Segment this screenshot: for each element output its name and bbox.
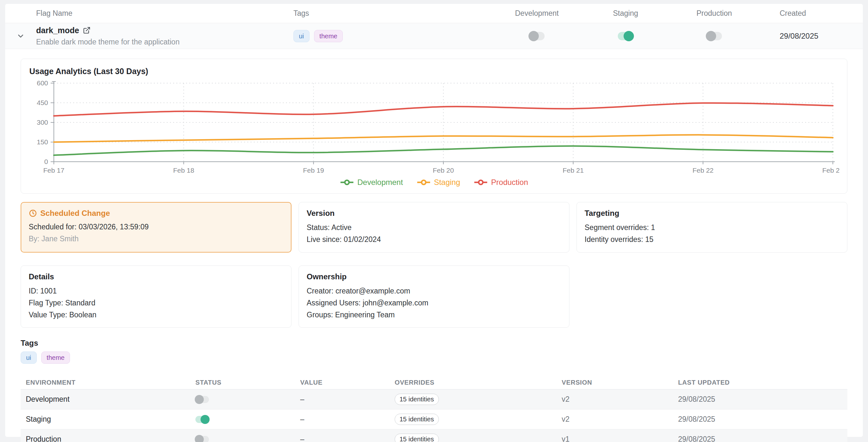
info-cards-row-2: Details ID: 1001 Flag Type: Standard Val… bbox=[21, 266, 847, 328]
legend-label: Production bbox=[491, 178, 528, 187]
identities-badge[interactable]: 15 identities bbox=[395, 414, 439, 425]
env-version: v2 bbox=[562, 395, 678, 404]
env-col-last-updated: LAST UPDATED bbox=[678, 379, 842, 386]
env-name: Development bbox=[26, 395, 195, 404]
tag-ui: ui bbox=[293, 30, 310, 42]
svg-text:Feb 19: Feb 19 bbox=[303, 167, 324, 174]
usage-analytics-card: Usage Analytics (Last 30 Days) 015030045… bbox=[21, 59, 847, 194]
chart-legend: Development Staging Production bbox=[29, 176, 839, 190]
column-created: Created bbox=[754, 9, 863, 18]
staging-toggle[interactable] bbox=[618, 32, 633, 40]
targeting-card: Targeting Segment overrides: 1 Identity … bbox=[577, 202, 847, 252]
flag-tags-cell: ui theme bbox=[293, 30, 497, 42]
production-toggle[interactable] bbox=[707, 32, 722, 40]
env-version: v1 bbox=[562, 435, 678, 442]
version-live-since: Live since: 01/02/2024 bbox=[307, 234, 561, 245]
env-version: v2 bbox=[562, 415, 678, 423]
env-col-status: STATUS bbox=[195, 379, 300, 386]
column-staging: Staging bbox=[577, 9, 674, 18]
svg-text:0: 0 bbox=[44, 158, 48, 165]
tag-ui: ui bbox=[21, 351, 37, 364]
creator: Creator: creator@example.com bbox=[307, 285, 561, 297]
env-col-version: VERSION bbox=[562, 379, 678, 386]
legend-production: Production bbox=[474, 178, 528, 187]
svg-text:Feb 21: Feb 21 bbox=[563, 167, 584, 174]
identities-badge[interactable]: 15 identities bbox=[395, 434, 439, 442]
external-link-icon[interactable] bbox=[83, 26, 91, 34]
staging-toggle-cell bbox=[577, 32, 674, 40]
flag-table-header: Flag Name Tags Development Staging Produ… bbox=[5, 4, 863, 23]
scheduled-change-title: Scheduled Change bbox=[40, 209, 110, 218]
env-last-updated: 29/08/2025 bbox=[678, 435, 842, 442]
env-name: Staging bbox=[26, 415, 195, 423]
expand-collapse-button[interactable] bbox=[5, 32, 36, 40]
column-development: Development bbox=[497, 9, 577, 18]
svg-text:300: 300 bbox=[37, 118, 48, 126]
env-col-overrides: OVERRIDES bbox=[395, 379, 562, 386]
legend-marker-icon bbox=[474, 178, 488, 186]
details-card-title: Details bbox=[29, 272, 283, 281]
table-row: Production – 15 identities v1 29/08/2025 bbox=[21, 430, 847, 442]
env-status-toggle[interactable] bbox=[195, 416, 209, 423]
toggle-knob bbox=[706, 31, 716, 41]
tag-theme: theme bbox=[41, 351, 70, 364]
chevron-down-icon bbox=[17, 32, 25, 40]
feature-flag-page: Flag Name Tags Development Staging Produ… bbox=[0, 0, 868, 442]
svg-text:150: 150 bbox=[37, 138, 48, 146]
legend-label: Staging bbox=[434, 178, 460, 187]
scheduled-for-text: Scheduled for: 03/03/2026, 13:59:09 bbox=[29, 221, 283, 233]
svg-text:Feb 17: Feb 17 bbox=[43, 167, 64, 174]
development-toggle[interactable] bbox=[529, 32, 545, 40]
tag-theme: theme bbox=[314, 30, 343, 42]
env-value: – bbox=[300, 435, 395, 442]
environment-table-header: ENVIRONMENT STATUS VALUE OVERRIDES VERSI… bbox=[21, 376, 847, 389]
svg-text:600: 600 bbox=[37, 79, 48, 87]
scheduled-change-card: Scheduled Change Scheduled for: 03/03/20… bbox=[21, 202, 291, 252]
info-cards-row-1: Scheduled Change Scheduled for: 03/03/20… bbox=[21, 202, 847, 252]
identities-badge[interactable]: 15 identities bbox=[395, 394, 439, 405]
legend-development: Development bbox=[340, 178, 403, 187]
legend-marker-icon bbox=[340, 178, 354, 186]
env-col-environment: ENVIRONMENT bbox=[26, 379, 195, 386]
empty-card-slot bbox=[577, 266, 847, 328]
flag-type: Flag Type: Standard bbox=[29, 297, 283, 309]
clock-icon bbox=[29, 209, 37, 217]
toggle-knob bbox=[195, 435, 204, 442]
env-name: Production bbox=[26, 435, 195, 442]
groups: Groups: Engineering Team bbox=[307, 309, 561, 321]
env-status-toggle[interactable] bbox=[195, 396, 209, 403]
details-card: Details ID: 1001 Flag Type: Standard Val… bbox=[21, 266, 291, 328]
svg-text:Feb 23: Feb 23 bbox=[822, 167, 839, 174]
targeting-card-title: Targeting bbox=[585, 209, 839, 218]
chart-title: Usage Analytics (Last 30 Days) bbox=[29, 67, 839, 76]
version-card: Version Status: Active Live since: 01/02… bbox=[299, 202, 569, 252]
ownership-card: Ownership Creator: creator@example.com A… bbox=[299, 266, 569, 328]
flag-description: Enable dark mode theme for the applicati… bbox=[36, 38, 293, 46]
env-col-value: VALUE bbox=[300, 379, 395, 386]
assigned-users: Assigned Users: john@example.com bbox=[307, 297, 561, 309]
production-toggle-cell bbox=[674, 32, 754, 40]
toggle-knob bbox=[624, 31, 634, 41]
tags-heading: Tags bbox=[21, 339, 847, 348]
flag-name-cell: dark_mode Enable dark mode theme for the… bbox=[36, 26, 293, 46]
table-row: Development – 15 identities v2 29/08/202… bbox=[21, 389, 847, 409]
usage-analytics-chart: 0150300450600Feb 17Feb 18Feb 19Feb 20Feb… bbox=[29, 79, 839, 176]
ownership-card-title: Ownership bbox=[307, 272, 561, 281]
legend-marker-icon bbox=[416, 178, 431, 186]
env-value: – bbox=[300, 395, 395, 404]
identity-overrides: Identity overrides: 15 bbox=[585, 234, 839, 245]
flag-panel: Flag Name Tags Development Staging Produ… bbox=[5, 4, 863, 437]
legend-staging: Staging bbox=[416, 178, 460, 187]
env-last-updated: 29/08/2025 bbox=[678, 415, 842, 423]
svg-text:Feb 18: Feb 18 bbox=[173, 167, 194, 174]
version-card-title: Version bbox=[307, 209, 561, 218]
svg-text:Feb 22: Feb 22 bbox=[692, 167, 714, 174]
version-status: Status: Active bbox=[307, 222, 561, 234]
flag-name[interactable]: dark_mode bbox=[36, 26, 79, 35]
env-status-toggle[interactable] bbox=[195, 436, 209, 442]
toggle-knob bbox=[200, 415, 210, 424]
column-production: Production bbox=[674, 9, 754, 18]
toggle-knob bbox=[195, 395, 204, 404]
environment-table: ENVIRONMENT STATUS VALUE OVERRIDES VERSI… bbox=[21, 376, 847, 442]
created-date: 29/08/2025 bbox=[754, 32, 863, 41]
